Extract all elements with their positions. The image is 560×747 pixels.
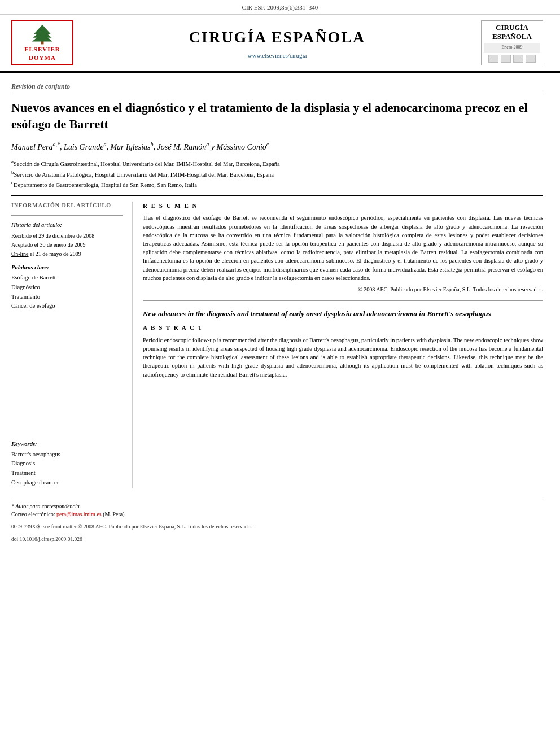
affiliation-b: bServicio de Anatomía Patológica, Hospit… xyxy=(11,169,543,179)
affiliation-a: aSección de Cirugía Gastrointestinal, Ho… xyxy=(11,158,543,168)
right-column: R E S U M E N Tras el diagnóstico del es… xyxy=(133,202,543,488)
historia-item-1: Aceptado el 30 de enero de 2009 xyxy=(11,241,123,249)
keywords-en-item-2: Treatment xyxy=(11,469,123,478)
top-citation-bar: CIR ESP. 2009;85(6):331–340 xyxy=(0,0,560,15)
elsevier-doyma-logo: ELSEVIER DOYMA xyxy=(11,20,73,65)
two-column-layout: INFORMACIÓN DEL ARTÍCULO Historia del ar… xyxy=(11,202,543,488)
keywords-en-label: Keywords: xyxy=(11,440,123,449)
header: ELSEVIER DOYMA CIRUGÍA ESPAÑOLA www.else… xyxy=(0,15,560,73)
resumen-divider xyxy=(143,300,543,301)
abstract-text: Periodic endoscopic follow-up is recomme… xyxy=(143,336,543,379)
email-link[interactable]: pera@imas.imim.es xyxy=(56,511,102,517)
keywords-en-item-1: Diagnosis xyxy=(11,460,123,468)
elsevier-text: ELSEVIER xyxy=(24,45,60,54)
palabras-clave-label: Palabras clave: xyxy=(11,264,123,272)
english-title: New advances in the diagnosis and treatm… xyxy=(143,309,543,319)
affiliations-block: aSección de Cirugía Gastrointestinal, Ho… xyxy=(11,158,543,189)
cover-icon-1 xyxy=(488,55,498,63)
cover-icon-3 xyxy=(513,55,523,63)
logo-tree-icon xyxy=(25,24,59,45)
online-label: On-line xyxy=(11,251,29,257)
online-date: el 21 de mayo de 2009 xyxy=(30,251,81,257)
info-divider xyxy=(11,215,123,216)
keyword-item-1: Diagnóstico xyxy=(11,283,123,292)
keyword-item-2: Tratamiento xyxy=(11,293,123,302)
keywords-en-item-3: Oesophageal cancer xyxy=(11,479,123,487)
footnote-email-line: Correo electrónico: pera@imas.imim.es (M… xyxy=(11,510,543,518)
cover-bottom-icons xyxy=(488,55,536,63)
email-suffix: (M. Pera). xyxy=(103,511,126,517)
keywords-en-item-0: Barrett's oesophagus xyxy=(11,451,123,459)
footnote-bottom-2: doi:10.1016/j.ciresp.2009.01.026 xyxy=(11,535,543,543)
article-title: Nuevos avances en el diagnóstico y el tr… xyxy=(11,100,543,132)
footnote-bottom-1: 0009-739X/$ -see front matter © 2008 AEC… xyxy=(11,523,543,531)
cover-icon-4 xyxy=(526,55,536,63)
authors-line: Manuel Peraa,*, Luis Grandea, Mar Iglesi… xyxy=(11,140,543,154)
historia-item-0: Recibido el 29 de diciembre de 2008 xyxy=(11,232,123,240)
info-section-heading: INFORMACIÓN DEL ARTÍCULO xyxy=(11,202,123,209)
cover-title: CIRUGÍA ESPAÑOLA xyxy=(492,23,532,41)
page: CIR ESP. 2009;85(6):331–340 ELSEVIER DOY… xyxy=(0,0,560,747)
journal-url[interactable]: www.elsevier.es/cirugia xyxy=(73,51,481,60)
affiliation-c: cDepartamento de Gastroenterología, Hosp… xyxy=(11,179,543,189)
abstract-heading: A B S T R A C T xyxy=(143,324,543,332)
footnote-section: * Autor para correspondencia. Correo ele… xyxy=(11,499,543,544)
main-divider xyxy=(11,195,543,196)
journal-title-block: CIRUGÍA ESPAÑOLA www.elsevier.es/cirugia xyxy=(73,26,481,60)
historia-item-2: On-line el 21 de mayo de 2009 xyxy=(11,250,123,258)
email-label: Correo electrónico: xyxy=(11,511,55,517)
doyma-text: DOYMA xyxy=(29,54,56,62)
cover-body: Enero 2009 xyxy=(484,43,540,53)
copyright-line: © 2008 AEC. Publicado por Elsevier Españ… xyxy=(143,286,543,294)
section-type-label: Revisión de conjunto xyxy=(11,82,543,94)
resumen-text: Tras el diagnóstico del esófago de Barre… xyxy=(143,213,543,282)
footnote-author: * Autor para correspondencia. xyxy=(11,503,543,510)
cover-icon-2 xyxy=(501,55,511,63)
keywords-en-block: Keywords: Barrett's oesophagus Diagnosis… xyxy=(11,440,123,487)
keyword-item-0: Esófago de Barrett xyxy=(11,274,123,282)
cover-image: CIRUGÍA ESPAÑOLA Enero 2009 xyxy=(481,20,543,65)
citation-text: CIR ESP. 2009;85(6):331–340 xyxy=(242,4,318,11)
article-body: Revisión de conjunto Nuevos avances en e… xyxy=(0,82,560,543)
left-column: INFORMACIÓN DEL ARTÍCULO Historia del ar… xyxy=(11,202,133,488)
keyword-item-3: Cáncer de esófago xyxy=(11,302,123,311)
footnote-star: * Autor para correspondencia. xyxy=(11,503,81,509)
journal-title: CIRUGÍA ESPAÑOLA xyxy=(73,26,481,48)
resumen-heading: R E S U M E N xyxy=(143,202,543,210)
historia-label: Historia del artículo: xyxy=(11,221,123,230)
